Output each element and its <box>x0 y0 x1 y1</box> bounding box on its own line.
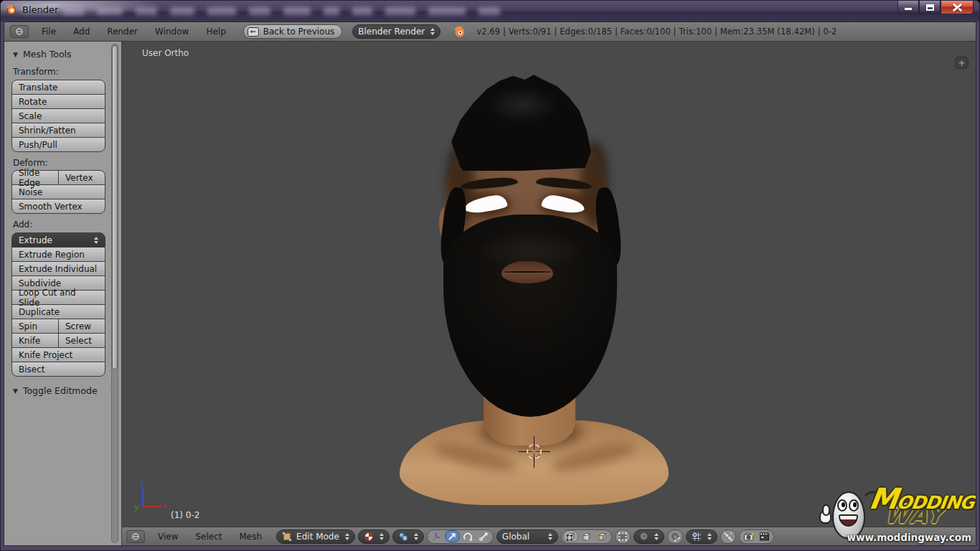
menu-add[interactable]: Add <box>66 24 97 39</box>
viewport-3d[interactable]: User Ortho + <box>122 42 976 545</box>
manipulator-axis-icon <box>431 532 441 542</box>
info-header: File Add Render Window Help ⇐ Back to Pr… <box>4 22 976 42</box>
toggle-editmode-panel-header[interactable]: ▼ Toggle Editmode <box>13 385 105 396</box>
extrude-region-button[interactable]: Extrude Region <box>11 247 105 262</box>
face-select-button[interactable] <box>595 530 610 542</box>
add-button-group: Extrude Extrude Region Extrude Individua… <box>11 232 105 377</box>
menu-render[interactable]: Render <box>100 24 145 39</box>
scale-button[interactable]: Scale <box>11 108 105 123</box>
watermark-url: www.moddingway.com <box>847 532 971 543</box>
tool-shelf-scrollbar[interactable] <box>111 44 118 543</box>
properties-region-toggle[interactable]: + <box>955 57 969 69</box>
viewport-shading-select[interactable] <box>358 529 390 544</box>
editor-type-button[interactable] <box>126 530 145 543</box>
back-to-previous-button[interactable]: ⇐ Back to Previous <box>243 24 343 39</box>
blender-window: Blender File Add Render Window Help <box>0 0 980 551</box>
background-window-blur <box>62 7 500 15</box>
select-mode-group <box>561 529 612 544</box>
render-engine-select[interactable]: Blender Render <box>352 24 440 39</box>
extrude-dropdown[interactable]: Extrude <box>11 232 105 248</box>
collapse-triangle-icon: ▼ <box>13 51 18 58</box>
smooth-vertex-button[interactable]: Smooth Vertex <box>11 199 105 214</box>
occlude-geometry-toggle[interactable] <box>615 529 631 544</box>
camera-icon <box>743 532 754 542</box>
close-button[interactable] <box>941 1 974 14</box>
axis-label-z: z <box>140 479 143 487</box>
view-orientation-label: User Ortho <box>142 48 189 58</box>
window-titlebar[interactable]: Blender <box>1 1 979 22</box>
minimize-button[interactable] <box>897 1 919 14</box>
editmode-cube-icon <box>282 532 292 542</box>
translate-manipulator-button[interactable] <box>445 530 460 542</box>
dropdown-arrows-icon <box>380 533 384 540</box>
knife-select-button[interactable]: Select <box>58 333 105 348</box>
back-arrow-icon: ⇐ <box>248 27 259 37</box>
dropdown-arrows-icon <box>707 533 712 540</box>
frame-label: (1) 0-2 <box>171 510 199 520</box>
spin-button[interactable]: Spin <box>11 319 59 334</box>
loop-cut-and-slide-button[interactable]: Loop Cut and Slide <box>11 290 105 305</box>
scale-manipulator-button[interactable] <box>476 530 491 542</box>
scrollbar-thumb[interactable] <box>112 45 118 369</box>
menu-window[interactable]: Window <box>148 24 196 39</box>
mesh-tools-panel-header[interactable]: ▼ Mesh Tools <box>13 49 105 60</box>
manipulator-group <box>427 529 494 544</box>
plus-icon: + <box>958 58 965 68</box>
knife-project-button[interactable]: Knife Project <box>11 347 105 362</box>
dropdown-arrows-icon <box>345 533 349 540</box>
slide-vertex-button[interactable]: Vertex <box>58 170 105 185</box>
dropdown-arrows-icon <box>94 237 98 244</box>
translate-button[interactable]: Translate <box>11 80 105 95</box>
vertex-select-icon <box>565 532 575 542</box>
mesh-tools-panel-title: Mesh Tools <box>23 49 72 60</box>
rotate-button[interactable]: Rotate <box>11 94 105 109</box>
pivot-point-select[interactable] <box>392 529 424 544</box>
tool-shelf: ▼ Mesh Tools Transform: Translate Rotate… <box>4 42 122 545</box>
3d-cursor[interactable] <box>524 441 545 463</box>
menu-help[interactable]: Help <box>199 24 232 39</box>
opengl-render-image-button[interactable] <box>741 530 756 542</box>
render-engine-value: Blender Render <box>358 27 425 37</box>
menu-select[interactable]: Select <box>188 529 229 544</box>
bisect-button[interactable]: Bisect <box>11 362 105 377</box>
snap-target-button[interactable] <box>720 529 736 544</box>
proportional-editing-select[interactable] <box>633 529 664 544</box>
mode-select[interactable]: Edit Mode <box>276 529 355 544</box>
opengl-render-group <box>739 529 774 544</box>
shrink-fatten-button[interactable]: Shrink/Fatten <box>11 123 105 138</box>
scene-stats: v2.69 | Verts:0/91 | Edges:0/185 | Faces… <box>476 27 837 37</box>
thumbs-up-icon <box>819 510 831 524</box>
edge-select-button[interactable] <box>579 530 594 542</box>
occlude-toggle-icon <box>618 532 628 542</box>
snap-element-select[interactable] <box>686 529 717 544</box>
viewport-shading-icon <box>364 532 374 542</box>
manipulator-toggle-button[interactable] <box>429 530 444 542</box>
deform-button-group: Slide Edge Vertex Noise Smooth Vertex <box>11 170 105 214</box>
model-hair <box>448 74 595 171</box>
deform-label: Deform: <box>13 158 105 168</box>
screw-button[interactable]: Screw <box>58 319 105 334</box>
dropdown-arrows-icon <box>654 533 659 540</box>
edge-select-icon <box>581 532 591 542</box>
menu-file[interactable]: File <box>34 24 63 39</box>
slide-edge-button[interactable]: Slide Edge <box>11 170 59 185</box>
opengl-render-animation-button[interactable] <box>757 530 772 542</box>
menu-mesh[interactable]: Mesh <box>232 529 270 544</box>
transform-orientation-select[interactable]: Global <box>496 529 558 544</box>
push-pull-button[interactable]: Push/Pull <box>11 137 105 152</box>
vertex-select-button[interactable] <box>563 530 578 542</box>
noise-button[interactable]: Noise <box>11 184 105 199</box>
maximize-button[interactable] <box>919 1 941 14</box>
extrude-individual-button[interactable]: Extrude Individual <box>11 261 105 276</box>
editor-type-button[interactable] <box>10 25 29 38</box>
extrude-dropdown-value: Extrude <box>19 235 52 245</box>
dropdown-arrows-icon <box>430 28 435 35</box>
snap-toggle-button[interactable] <box>667 529 683 544</box>
add-label: Add: <box>13 220 105 230</box>
menu-view[interactable]: View <box>151 529 185 544</box>
transform-button-group: Translate Rotate Scale Shrink/Fatten Pus… <box>11 80 105 152</box>
clapperboard-icon <box>759 532 770 542</box>
rotate-manipulator-button[interactable] <box>461 530 476 542</box>
knife-button[interactable]: Knife <box>11 333 59 348</box>
collapse-triangle-icon: ▼ <box>13 387 18 395</box>
